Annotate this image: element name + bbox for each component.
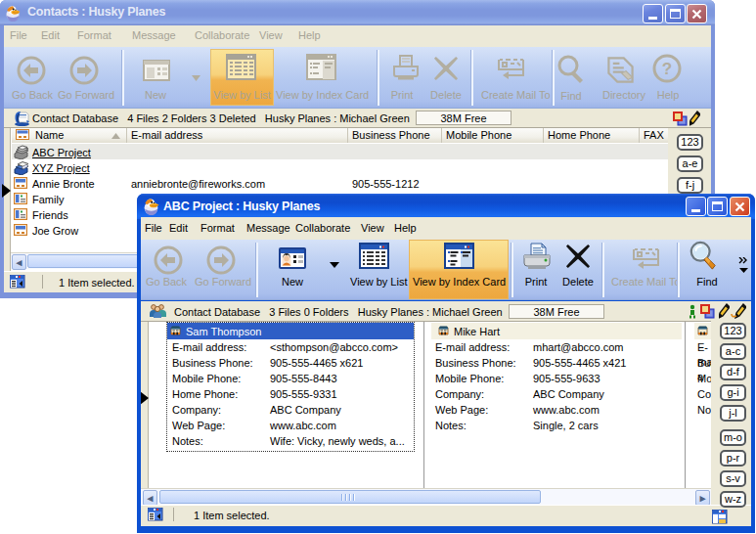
svg-text:?: ? (662, 60, 672, 78)
